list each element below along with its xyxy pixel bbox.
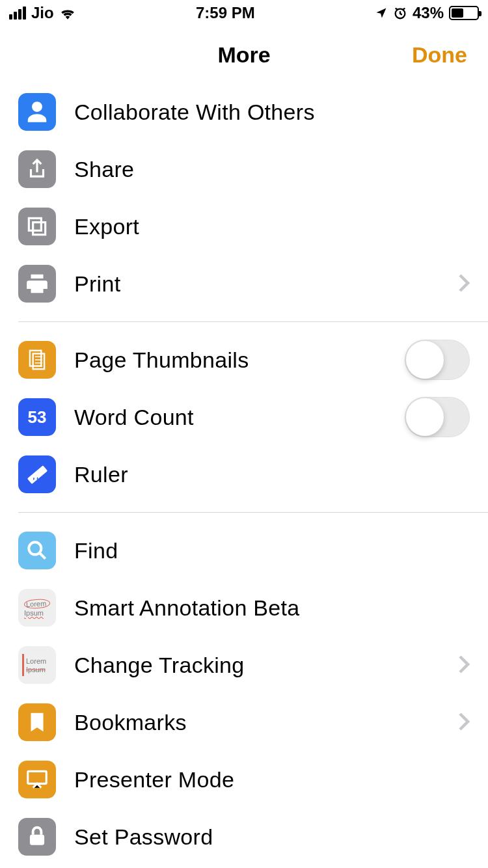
alarm-icon xyxy=(393,6,407,20)
svg-point-6 xyxy=(29,542,41,554)
wifi-icon xyxy=(59,7,76,20)
row-label: Word Count xyxy=(74,405,405,430)
row-collaborate[interactable]: Collaborate With Others xyxy=(0,83,488,141)
row-label: Smart Annotation Beta xyxy=(74,595,470,621)
page-thumbnails-toggle[interactable] xyxy=(405,340,470,380)
row-change-tracking[interactable]: Lorem Ipsum Change Tracking xyxy=(0,636,488,694)
row-smart-annotation[interactable]: Lorem Ipsum Smart Annotation Beta xyxy=(0,579,488,636)
change-tracking-icon: Lorem Ipsum xyxy=(18,646,56,684)
row-label: Page Thumbnails xyxy=(74,347,405,373)
row-share[interactable]: Share xyxy=(0,141,488,198)
row-label: Ruler xyxy=(74,462,470,487)
lock-icon xyxy=(18,818,56,856)
row-presenter-mode[interactable]: Presenter Mode xyxy=(0,751,488,808)
word-count-icon: 53 xyxy=(18,398,56,436)
row-label: Collaborate With Others xyxy=(74,100,470,125)
row-word-count[interactable]: 53 Word Count xyxy=(0,388,488,446)
section-separator xyxy=(18,512,488,513)
row-label: Set Password xyxy=(74,824,470,850)
svg-rect-5 xyxy=(27,465,47,484)
battery-fill xyxy=(452,8,463,18)
row-label: Bookmarks xyxy=(74,710,453,735)
battery-percent: 43% xyxy=(413,4,444,22)
done-button[interactable]: Done xyxy=(412,42,467,68)
carrier-label: Jio xyxy=(31,4,54,22)
printer-icon xyxy=(18,265,56,303)
row-export[interactable]: Export xyxy=(0,198,488,255)
row-bookmarks[interactable]: Bookmarks xyxy=(0,694,488,751)
nav-header: More Done xyxy=(0,26,488,83)
signal-icon xyxy=(9,7,26,20)
row-set-password[interactable]: Set Password xyxy=(0,808,488,865)
annotation-icon: Lorem Ipsum xyxy=(18,589,56,627)
location-icon xyxy=(375,7,388,20)
section-separator xyxy=(18,321,488,322)
export-icon xyxy=(18,208,56,245)
row-find[interactable]: Find xyxy=(0,522,488,579)
battery-icon xyxy=(449,6,479,20)
presenter-icon xyxy=(18,761,56,798)
row-print[interactable]: Print xyxy=(0,255,488,312)
row-page-thumbnails[interactable]: Page Thumbnails xyxy=(0,331,488,388)
chevron-right-icon xyxy=(458,708,470,737)
word-count-toggle[interactable] xyxy=(405,397,470,437)
search-icon xyxy=(18,532,56,569)
status-time: 7:59 PM xyxy=(76,4,375,22)
row-label: Change Tracking xyxy=(74,653,453,678)
bookmark-icon xyxy=(18,703,56,741)
share-icon xyxy=(18,150,56,188)
svg-rect-2 xyxy=(33,223,46,235)
options-list: Collaborate With Others Share Export Pri… xyxy=(0,83,488,865)
row-label: Print xyxy=(74,271,453,297)
row-label: Export xyxy=(74,214,470,239)
chevron-right-icon xyxy=(458,269,470,299)
row-label: Share xyxy=(74,157,470,182)
status-bar: Jio 7:59 PM 43% xyxy=(0,0,488,26)
svg-rect-1 xyxy=(29,218,41,230)
thumbnails-icon xyxy=(18,341,56,379)
chevron-right-icon xyxy=(458,651,470,680)
status-right: 43% xyxy=(375,4,479,22)
page-title: More xyxy=(217,42,270,68)
svg-rect-7 xyxy=(28,771,47,783)
ruler-icon xyxy=(18,455,56,493)
row-ruler[interactable]: Ruler xyxy=(0,446,488,503)
status-left: Jio xyxy=(9,4,76,22)
svg-rect-8 xyxy=(30,835,44,845)
row-label: Presenter Mode xyxy=(74,767,470,793)
person-icon xyxy=(18,93,56,131)
row-label: Find xyxy=(74,538,470,563)
word-count-badge: 53 xyxy=(28,407,47,427)
